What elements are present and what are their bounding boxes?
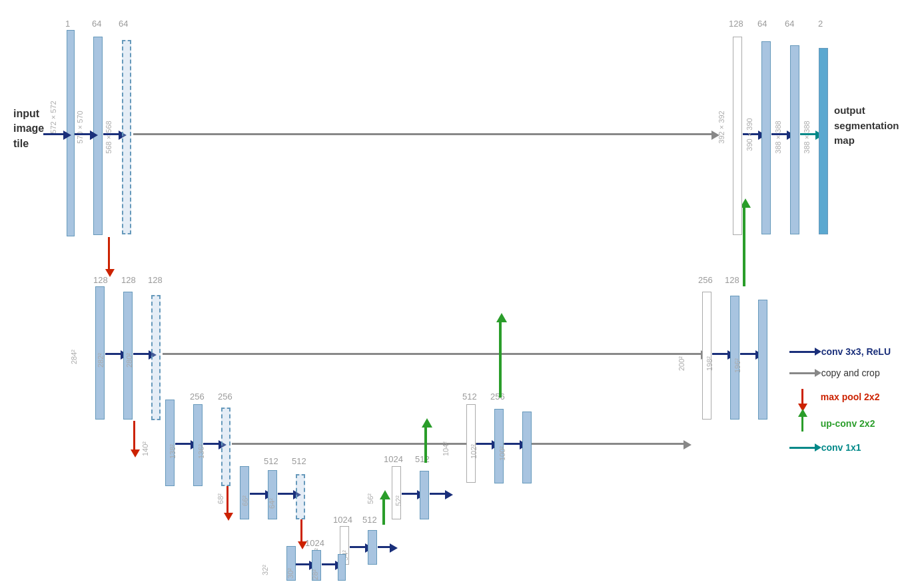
size-32: 32² [261,565,269,575]
size-280: 280² [125,353,133,368]
label-dec3-512: 512 [462,392,477,402]
size-dec3-100: 100² [498,446,506,461]
fmap-256ch-a [165,400,175,486]
legend-copy: copy and crop [789,368,891,378]
legend-copy-label: copy and crop [821,368,880,378]
output-label: outputsegmentationmap [834,103,899,148]
size-138: 138² [169,444,177,459]
label-dec-1024: 1024 [384,454,403,464]
fmap-dec-1024-white [392,466,401,519]
label-dec2-256: 256 [698,275,713,285]
size-140: 140² [141,441,149,456]
size-dec-52: 52² [394,495,402,506]
fmap-dec1-64 [761,41,771,234]
size-28: 28² [311,569,319,580]
fmap-128ch-c [151,295,161,420]
legend-upconv-label: up-conv 2x2 [821,418,875,429]
size-136: 136² [197,444,205,459]
label-1024-bot: 1024 [333,515,352,525]
fmap-512ch-c [296,474,305,519]
label-dec3-256: 256 [490,392,505,402]
label-64b: 64 [119,19,128,29]
label-256b: 256 [218,392,232,402]
conv-arrow-8 [278,493,294,495]
size-64: 64² [268,498,276,509]
copy-arrow-3 [232,443,685,445]
pool-arrow-3 [226,486,228,514]
legend-conv1x1: conv 1x1 [789,442,891,453]
label-512a: 512 [264,456,278,466]
upconv-arrow-3 [499,321,502,398]
fmap-512ch-bot [368,530,377,565]
conv-arrow-dec3 [476,443,493,445]
label-dec1-64b: 64 [785,19,794,29]
upconv-arrow-2 [424,426,427,463]
conv-arrow-dec2 [430,493,446,495]
legend-conv1x1-label: conv 1x1 [821,442,861,453]
label-64a: 64 [92,19,101,29]
label-512b: 512 [292,456,306,466]
size-dec2-198: 198² [705,356,713,371]
legend-conv-label: conv 3x3, ReLU [821,346,891,357]
label-dec1-128: 128 [729,19,743,29]
input-arrow-1 [43,133,65,135]
conv-arrow-4 [133,353,150,355]
input-arrow-2 [75,133,91,135]
size-570: 570 × 570 [76,111,84,143]
fmap-512ch-a [240,466,249,519]
upconv-arrow-1 [382,498,385,525]
legend-upconv: up-conv 2x2 [789,416,891,432]
fmap-dec3-256b [522,412,532,483]
label-dec-512: 512 [415,454,430,464]
legend-maxpool: max pool 2x2 [789,389,891,405]
fmap-dec1-128-white [733,37,742,235]
conv-arrow-6 [203,443,220,445]
label-512-bot: 512 [362,515,377,525]
fmap-dec1-64b [790,45,799,234]
label-128b: 128 [121,275,136,285]
legend-maxpool-label: max pool 2x2 [821,392,880,402]
size-dec3-102: 102² [470,444,478,459]
conv-arrow-3 [105,353,122,355]
conv-arrow-5 [175,443,192,445]
pool-arrow-1 [108,237,110,270]
conv-arrow-dec4 [504,443,521,445]
fmap-512ch-b [268,470,277,519]
conv-arrow-9 [350,546,366,548]
fmap-256ch-c [221,408,230,486]
conv-arrow-dec1 [402,493,418,495]
input-label: inputimagetile [13,107,44,151]
size-dec1-388b: 388 × 388 [803,121,811,153]
conv-arrow-dec6 [740,353,757,355]
fmap-28 [338,554,346,581]
size-dec-56: 56² [366,493,374,504]
fmap-dec2-128b [758,300,767,420]
size-30: 30² [286,568,294,579]
label-dec1-2: 2 [818,19,823,29]
pool-arrow-2 [133,421,135,451]
pool-arrow-4 [300,519,302,543]
conv-arrow-dec5 [712,353,729,355]
size-66: 66² [241,495,249,506]
fmap-dec-512 [420,471,429,519]
label-128a: 128 [93,275,108,285]
upconv-arrow-4 [743,206,745,286]
label-dec2-128: 128 [725,275,739,285]
conv-arrow-12 [322,563,336,565]
fmap-64ch-b [122,40,131,234]
size-dec3-104: 104² [442,441,450,456]
fmap-dec1-2 [819,48,828,234]
size-dec1-392: 392 × 392 [717,111,725,143]
label-128c: 128 [148,275,163,285]
conv-arrow-11 [296,563,310,565]
label-256a: 256 [190,392,205,402]
conv-arrow-7 [250,493,266,495]
label-1024-c: 1024 [305,538,324,548]
copy-arrow-2 [163,353,702,355]
copy-arrow-1 [133,133,713,135]
size-568: 568 × 568 [105,121,113,153]
size-dec1-388a: 388 × 388 [774,121,782,153]
label-1: 1 [65,19,70,29]
size-dec2-200: 200² [678,356,685,371]
size-284: 284² [70,350,78,364]
